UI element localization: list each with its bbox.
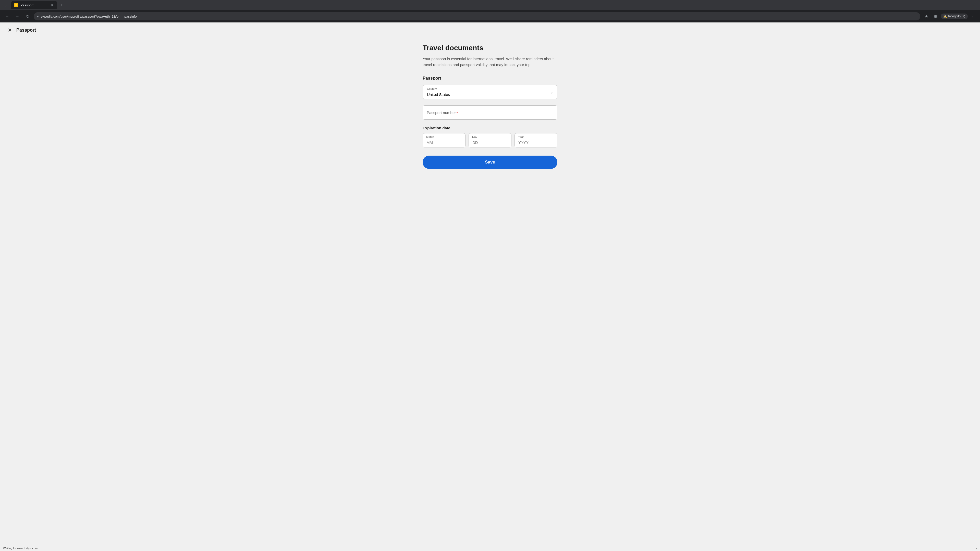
address-text: expedia.com/user/myprofile/passport?pwaA… xyxy=(41,14,917,18)
passport-number-input[interactable] xyxy=(423,105,557,120)
tab-list-button[interactable]: ⌄ xyxy=(2,2,9,9)
expiration-date-section: Expiration date Month Day Year xyxy=(423,126,557,148)
passport-number-wrapper: Passport number* xyxy=(423,105,557,120)
tab-nav-left: ⌄ xyxy=(2,2,9,9)
tab-favicon: E xyxy=(14,3,18,7)
country-value: United States xyxy=(427,92,547,97)
year-input[interactable] xyxy=(514,133,557,148)
page-header: ✕ Passport xyxy=(0,22,980,38)
country-select-wrapper: Country United States ⌄ xyxy=(423,85,557,99)
status-bar-right: › xyxy=(976,547,977,550)
status-bar-arrow: › xyxy=(976,547,977,550)
status-bar: Waiting for www.trvl-px.com... › xyxy=(0,545,980,551)
page-content: ✕ Passport Travel documents Your passpor… xyxy=(0,22,980,545)
passport-number-field-group: Passport number* xyxy=(423,105,557,120)
tab-close-button[interactable]: × xyxy=(50,3,54,7)
tab-title: Passport xyxy=(21,3,48,7)
address-bar[interactable]: ● expedia.com/user/myprofile/passport?pw… xyxy=(34,12,920,21)
forward-button[interactable]: → xyxy=(13,12,21,21)
section-title: Travel documents xyxy=(423,44,557,52)
year-field-wrapper: Year xyxy=(514,133,557,148)
chevron-down-icon: ⌄ xyxy=(550,90,554,95)
menu-button[interactable]: ⋮ xyxy=(969,12,977,21)
save-button[interactable]: Save xyxy=(423,156,557,169)
split-view-button[interactable]: ▦ xyxy=(932,12,940,21)
day-field-wrapper: Day xyxy=(469,133,511,148)
country-field-group: Country United States ⌄ xyxy=(423,85,557,99)
country-select[interactable]: Country United States ⌄ xyxy=(423,85,557,99)
section-description: Your passport is essential for internati… xyxy=(423,56,557,68)
bookmark-button[interactable]: ★ xyxy=(922,12,931,21)
date-fields: Month Day Year xyxy=(423,133,557,148)
incognito-icon: 🕵 xyxy=(943,14,947,18)
page-close-button[interactable]: ✕ xyxy=(6,27,13,34)
month-field-wrapper: Month xyxy=(423,133,466,148)
address-bar-row: ← → ↻ ● expedia.com/user/myprofile/passp… xyxy=(0,10,980,22)
page-title: Passport xyxy=(16,27,36,33)
active-tab[interactable]: E Passport × xyxy=(11,1,57,9)
toolbar-right: ★ ▦ 🕵 Incognito (2) ⋮ xyxy=(922,12,977,21)
passport-section-label: Passport xyxy=(423,76,557,81)
browser-chrome: ⌄ E Passport × + ← → ↻ ● expedia.com/use… xyxy=(0,0,980,22)
month-input[interactable] xyxy=(423,133,466,148)
tab-bar: ⌄ E Passport × + xyxy=(0,0,980,10)
incognito-label: Incognito (2) xyxy=(948,14,965,18)
back-button[interactable]: ← xyxy=(3,12,11,21)
expiration-date-label: Expiration date xyxy=(423,126,557,130)
reload-button[interactable]: ↻ xyxy=(24,12,32,21)
incognito-badge[interactable]: 🕵 Incognito (2) xyxy=(941,14,968,19)
form-container: Travel documents Your passport is essent… xyxy=(418,44,562,169)
country-label: Country xyxy=(427,87,437,90)
status-bar-text: Waiting for www.trvl-px.com... xyxy=(3,547,976,550)
address-security-icon: ● xyxy=(37,14,39,18)
new-tab-button[interactable]: + xyxy=(58,2,65,9)
day-input[interactable] xyxy=(469,133,511,148)
